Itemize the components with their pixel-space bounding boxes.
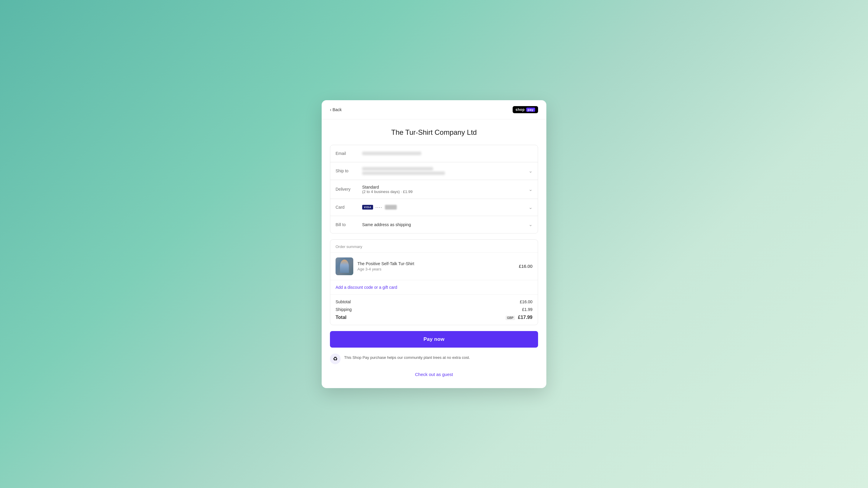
ship-blur-1: [362, 167, 433, 170]
email-value-blurred: [362, 152, 532, 155]
pay-now-button[interactable]: Pay now: [330, 331, 538, 348]
delivery-detail: (2 to 4 business days) · £1.99: [362, 190, 529, 194]
pay-text: pay: [526, 107, 535, 112]
gbp-badge: GBP: [505, 316, 515, 320]
bill-to-row[interactable]: Bill to Same address as shipping ⌄: [330, 216, 538, 233]
product-image: [336, 257, 353, 275]
product-details: The Positive Self-Talk Tur-Shirt Age 3-4…: [358, 261, 519, 271]
ship-to-value: [362, 167, 529, 175]
ship-to-row[interactable]: Ship to ⌄: [330, 162, 538, 180]
discount-link[interactable]: Add a discount code or a gift card: [330, 280, 538, 295]
card-info: VISA ····: [362, 205, 529, 209]
total-amount-wrapper: GBP £17.99: [505, 315, 532, 320]
card-row[interactable]: Card VISA ···· ⌄: [330, 199, 538, 216]
checkout-modal: ‹ Back shop pay The Tur-Shirt Company Lt…: [322, 100, 546, 388]
total-label: Total: [336, 315, 346, 320]
eco-note: ♻ This Shop Pay purchase helps our commu…: [330, 348, 538, 367]
delivery-name: Standard: [362, 185, 529, 190]
bill-to-label: Bill to: [336, 222, 362, 227]
product-figure: [340, 260, 349, 273]
order-summary-header: Order summary: [330, 240, 538, 253]
eco-text: This Shop Pay purchase helps our communi…: [344, 354, 470, 361]
order-item: The Positive Self-Talk Tur-Shirt Age 3-4…: [330, 253, 538, 280]
delivery-chevron-icon: ⌄: [529, 187, 532, 192]
product-price: £16.00: [519, 264, 532, 269]
total-value: £17.99: [518, 315, 532, 320]
subtotal-row: Subtotal £16.00: [336, 299, 532, 304]
back-label: Back: [333, 107, 342, 112]
shipping-value: £1.99: [522, 307, 532, 312]
delivery-label: Delivery: [336, 187, 362, 192]
product-image-inner: [336, 257, 353, 275]
modal-header: ‹ Back shop pay: [322, 100, 546, 120]
shop-pay-logo: shop pay: [513, 106, 538, 113]
card-label: Card: [336, 205, 362, 209]
ship-to-chevron-icon: ⌄: [529, 168, 532, 174]
shipping-row: Shipping £1.99: [336, 307, 532, 312]
totals-section: Subtotal £16.00 Shipping £1.99 Total GBP…: [330, 295, 538, 325]
back-button[interactable]: ‹ Back: [330, 107, 342, 112]
info-card: Email Ship to ⌄ Delivery Standard: [330, 145, 538, 233]
store-title: The Tur-Shirt Company Ltd: [330, 128, 538, 136]
delivery-info: Standard (2 to 4 business days) · £1.99: [362, 185, 529, 194]
card-dots: ····: [375, 205, 382, 209]
delivery-row[interactable]: Delivery Standard (2 to 4 business days)…: [330, 180, 538, 199]
visa-badge: VISA: [362, 205, 373, 209]
order-summary-card: Order summary The Positive Self-Talk Tur…: [330, 239, 538, 325]
modal-body: The Tur-Shirt Company Ltd Email Ship to …: [322, 120, 546, 388]
card-chevron-icon: ⌄: [529, 204, 532, 210]
back-chevron-icon: ‹: [330, 107, 332, 112]
email-blur: [362, 152, 421, 155]
shop-text: shop: [516, 107, 525, 112]
bill-to-value: Same address as shipping: [362, 222, 529, 227]
email-label: Email: [336, 151, 362, 156]
product-name: The Positive Self-Talk Tur-Shirt: [358, 261, 519, 266]
email-row: Email: [330, 145, 538, 162]
eco-icon: ♻: [330, 354, 341, 364]
checkout-as-guest-link[interactable]: Check out as guest: [330, 367, 538, 379]
ship-blur-2: [362, 171, 445, 175]
subtotal-value: £16.00: [520, 299, 532, 304]
ship-to-label: Ship to: [336, 168, 362, 173]
shipping-label: Shipping: [336, 307, 352, 312]
card-last4: [385, 205, 397, 209]
subtotal-label: Subtotal: [336, 299, 351, 304]
bill-to-chevron-icon: ⌄: [529, 222, 532, 227]
grand-total-row: Total GBP £17.99: [336, 315, 532, 320]
product-variant: Age 3-4 years: [358, 267, 519, 271]
